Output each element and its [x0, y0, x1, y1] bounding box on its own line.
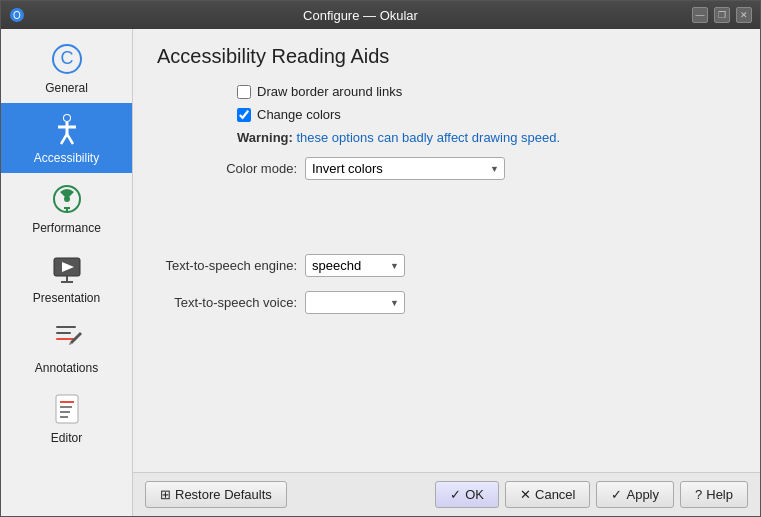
window-title: Configure — Okular	[29, 8, 692, 23]
spacer	[157, 194, 736, 254]
content-area: Accessibility Reading Aids Draw border a…	[133, 29, 760, 516]
sidebar-item-annotations[interactable]: Annotations	[1, 313, 132, 383]
footer: ⊞ Restore Defaults ✓ OK ✕ Cancel ✓	[133, 472, 760, 516]
cancel-icon: ✕	[520, 487, 531, 502]
apply-label: Apply	[626, 487, 659, 502]
ok-button[interactable]: ✓ OK	[435, 481, 499, 508]
warning-prefix: Warning:	[237, 130, 293, 145]
presentation-icon	[49, 251, 85, 287]
cancel-button[interactable]: ✕ Cancel	[505, 481, 590, 508]
configure-window: O Configure — Okular — ❐ ✕ C General	[0, 0, 761, 517]
general-icon: C	[49, 41, 85, 77]
footer-left: ⊞ Restore Defaults	[145, 481, 429, 508]
tts-engine-row: Text-to-speech engine: speechd	[157, 254, 736, 277]
minimize-button[interactable]: —	[692, 7, 708, 23]
performance-label: Performance	[32, 221, 101, 235]
general-label: General	[45, 81, 88, 95]
color-mode-row: Color mode: Invert colors Change paper c…	[157, 157, 736, 180]
sidebar: C General Accessibility	[1, 29, 133, 516]
restore-defaults-label: Restore Defaults	[175, 487, 272, 502]
draw-border-label[interactable]: Draw border around links	[257, 84, 402, 99]
sidebar-item-editor[interactable]: Editor	[1, 383, 132, 453]
draw-border-row: Draw border around links	[237, 84, 736, 99]
performance-icon	[49, 181, 85, 217]
presentation-label: Presentation	[33, 291, 100, 305]
tts-voice-select[interactable]	[305, 291, 405, 314]
restore-defaults-button[interactable]: ⊞ Restore Defaults	[145, 481, 287, 508]
annotations-icon	[49, 321, 85, 357]
tts-engine-select-wrapper: speechd	[305, 254, 405, 277]
change-colors-row: Change colors	[237, 107, 736, 122]
content-main: Accessibility Reading Aids Draw border a…	[133, 29, 760, 472]
help-label: Help	[706, 487, 733, 502]
svg-rect-20	[56, 338, 74, 340]
svg-point-11	[64, 196, 70, 202]
page-title: Accessibility Reading Aids	[157, 45, 736, 68]
change-colors-label[interactable]: Change colors	[257, 107, 341, 122]
tts-voice-label: Text-to-speech voice:	[157, 295, 297, 310]
svg-line-9	[67, 134, 73, 144]
warning-text: these options can badly affect drawing s…	[293, 130, 560, 145]
ok-icon: ✓	[450, 487, 461, 502]
color-mode-select[interactable]: Invert colors Change paper color Change …	[305, 157, 505, 180]
editor-label: Editor	[51, 431, 82, 445]
annotations-label: Annotations	[35, 361, 98, 375]
footer-right: ✓ OK ✕ Cancel ✓ Apply ? Help	[435, 481, 748, 508]
tts-voice-select-wrapper	[305, 291, 405, 314]
app-icon: O	[9, 7, 25, 23]
close-button[interactable]: ✕	[736, 7, 752, 23]
accessibility-label: Accessibility	[34, 151, 99, 165]
tts-engine-label: Text-to-speech engine:	[157, 258, 297, 273]
ok-label: OK	[465, 487, 484, 502]
svg-text:C: C	[60, 48, 73, 68]
help-icon: ?	[695, 487, 702, 502]
draw-border-checkbox[interactable]	[237, 85, 251, 99]
title-bar: O Configure — Okular — ❐ ✕	[1, 1, 760, 29]
cancel-label: Cancel	[535, 487, 575, 502]
tts-engine-select[interactable]: speechd	[305, 254, 405, 277]
warning-row: Warning: these options can badly affect …	[237, 130, 736, 145]
color-mode-label: Color mode:	[157, 161, 297, 176]
editor-icon	[49, 391, 85, 427]
svg-rect-18	[56, 326, 76, 328]
svg-rect-19	[56, 332, 71, 334]
maximize-button[interactable]: ❐	[714, 7, 730, 23]
apply-button[interactable]: ✓ Apply	[596, 481, 674, 508]
sidebar-item-general[interactable]: C General	[1, 33, 132, 103]
apply-icon: ✓	[611, 487, 622, 502]
svg-rect-21	[56, 395, 78, 423]
restore-defaults-icon: ⊞	[160, 487, 171, 502]
sidebar-item-performance[interactable]: Performance	[1, 173, 132, 243]
tts-voice-row: Text-to-speech voice:	[157, 291, 736, 314]
sidebar-item-accessibility[interactable]: Accessibility	[1, 103, 132, 173]
accessibility-icon	[49, 111, 85, 147]
svg-point-5	[64, 115, 70, 121]
window-body: C General Accessibility	[1, 29, 760, 516]
help-button[interactable]: ? Help	[680, 481, 748, 508]
color-mode-select-wrapper: Invert colors Change paper color Change …	[305, 157, 505, 180]
svg-text:O: O	[13, 10, 21, 21]
change-colors-checkbox[interactable]	[237, 108, 251, 122]
sidebar-item-presentation[interactable]: Presentation	[1, 243, 132, 313]
window-controls: — ❐ ✕	[692, 7, 752, 23]
svg-line-8	[61, 134, 67, 144]
